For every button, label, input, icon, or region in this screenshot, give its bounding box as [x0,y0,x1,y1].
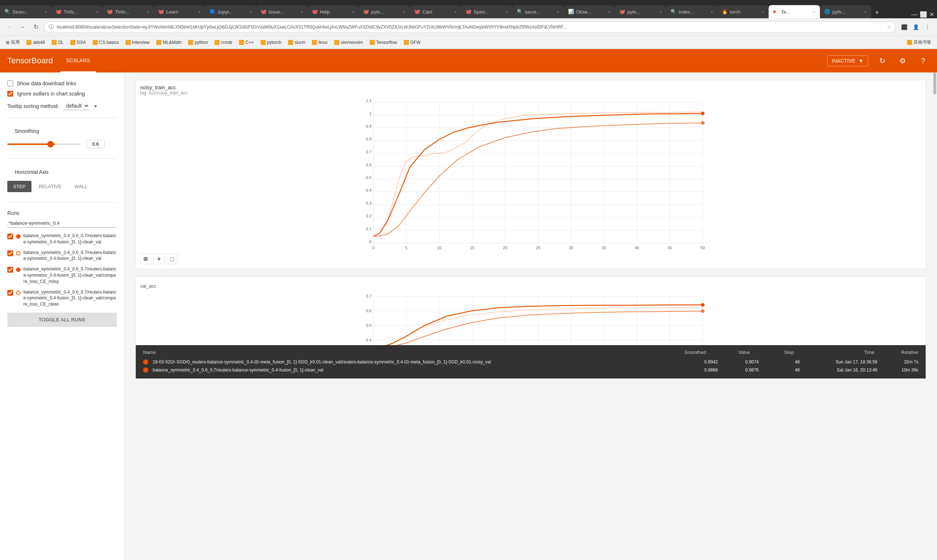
bookmark-akb48[interactable]: akb48 [23,38,48,46]
tab-close-10[interactable]: × [506,9,508,14]
bookmark-interview[interactable]: Interview [123,38,152,46]
tooltip-dropdown-icon: ▼ [94,104,98,108]
bookmark-pytorch[interactable]: pytorch [258,38,285,46]
menu-button[interactable]: ⋮ [922,22,932,32]
tab-close-8[interactable]: × [403,9,406,14]
legend-header-time: Time [801,349,874,355]
profile-button[interactable]: 👤 [911,22,921,32]
tab-close-6[interactable]: × [301,9,303,14]
bookmark-linux[interactable]: linux [309,38,331,46]
tab-close-5[interactable]: × [249,9,252,14]
bookmark-python[interactable]: python [185,38,211,46]
tab-close-17[interactable]: × [865,9,867,14]
run-checkbox-3[interactable] [7,267,13,273]
tab-can[interactable]: 🐙 Can! × [410,5,461,18]
tab-pyth[interactable]: 🌐 pyth... × [820,5,871,18]
tab-torch[interactable]: 🔥 torch × [717,5,769,18]
tab-close-15[interactable]: × [762,9,764,14]
show-data-links-label[interactable]: Show data download links [17,80,76,86]
folder-icon-12 [312,40,317,45]
bookmark-cpp[interactable]: C++ [236,38,257,46]
tab-jupyter[interactable]: 🔵 Jupyt... × [205,5,256,18]
close-button[interactable]: ✕ [929,11,934,18]
tab-index[interactable]: 🔍 Index... × [666,5,717,18]
legend-step-2: 48 [763,368,800,372]
tab-close-2[interactable]: × [96,9,98,14]
bookmark-other[interactable]: 其他书签 [904,38,934,47]
tab-close-14[interactable]: × [711,9,713,14]
bookmark-apps[interactable]: ⊞ 应用 [3,38,23,47]
runs-filter-input[interactable] [7,219,117,228]
tab-close-7[interactable]: × [352,9,354,14]
tab-close-11[interactable]: × [557,9,559,14]
bookmark-dl[interactable]: DL [49,38,67,46]
minimize-button[interactable]: — [911,11,918,18]
fit-chart-button[interactable]: ⊞ [140,253,151,264]
reload-button[interactable]: ↻ [31,22,41,32]
tab-close-3[interactable]: × [147,9,149,14]
extensions-button[interactable]: ⬛ [899,22,909,32]
github-icon-6: 🐙 [363,9,369,15]
tooltip-sorting-select[interactable]: default [63,102,89,110]
tab-close-13[interactable]: × [660,9,662,14]
tab-close-9[interactable]: × [455,9,457,14]
bookmark-star-icon[interactable]: ☆ [887,24,891,30]
scrollbar-thumb[interactable] [933,72,936,94]
new-tab-button[interactable]: + [871,6,883,18]
legend-header-relative: Relative [882,349,919,355]
wall-axis-button[interactable]: WALL [69,181,93,192]
bookmark-gfw[interactable]: GFW [401,38,423,46]
help-button[interactable]: ? [917,54,930,67]
run-checkbox-4[interactable] [7,290,13,296]
inactive-dropdown[interactable]: INACTIVE ▼ [827,55,868,66]
tab-close-16[interactable]: × [813,9,815,14]
back-button[interactable]: ← [5,22,15,32]
svg-text:40: 40 [635,246,639,249]
tab-obse[interactable]: 📊 Obse... × [564,5,615,18]
svg-text:0.3: 0.3 [366,201,371,205]
tab-close[interactable]: × [45,9,47,14]
tab-te-active[interactable]: ■ Te... × [769,5,820,18]
forward-button[interactable]: → [18,22,28,32]
bookmark-slurm[interactable]: slurm [285,38,308,46]
tab-search[interactable]: 🔍 Searc... × [0,5,51,18]
settings-button[interactable]: ⚙ [896,54,909,67]
tab-tinfo1[interactable]: 🐙 Tinfo... × [51,5,103,18]
reload-header-button[interactable]: ↻ [875,54,889,67]
list-view-button[interactable]: ≡ [153,253,164,264]
bookmark-rcmdr[interactable]: rcmdr [212,38,235,46]
relative-axis-button[interactable]: RELATIVE [33,181,67,192]
tab-tinfo2[interactable]: 🐙 Tinfo... × [103,5,154,18]
tab-pyto[interactable]: 🐙 pyto... × [359,5,410,18]
run-checkbox-1[interactable] [7,234,13,239]
smoothing-value-input[interactable] [86,140,105,148]
scrollbar-vertical[interactable] [932,72,937,560]
chart-container: noisy_train_acc tag: Acc/noisy_train_acc… [125,72,937,560]
run-checkbox-2[interactable] [7,250,13,256]
smoothing-slider[interactable] [7,143,80,145]
tab-help[interactable]: 🐙 Help × [308,5,359,18]
tab-issue[interactable]: 🐙 Issue... × [256,5,308,18]
ignore-outliers-label[interactable]: Ignore outliers in chart scaling [17,91,85,97]
bookmark-vim[interactable]: vim/neovim [331,38,366,46]
bookmark-dsa[interactable]: DSA [67,38,89,46]
maximize-button[interactable]: ⬜ [920,11,927,18]
tab-pyto2[interactable]: 🐙 pyto... × [615,5,666,18]
step-axis-button[interactable]: STEP [7,181,31,192]
tab-close-12[interactable]: × [608,9,611,14]
inactive-label: INACTIVE [832,58,856,64]
tab-close-4[interactable]: × [198,9,201,14]
ignore-outliers-checkbox[interactable] [7,91,13,97]
bookmark-mlmath[interactable]: ML&Math [153,38,185,46]
expand-button[interactable]: ⬚ [166,253,177,264]
scalars-nav-item[interactable]: SCALARS [60,49,96,72]
tab-sacre[interactable]: 🔍 sacre... × [512,5,564,18]
url-bar[interactable]: ⓘ localhost:8080/#scalars&runSelectionSt… [44,21,896,33]
bookmark-tensorflow[interactable]: Tensorflow [367,38,400,46]
bookmark-cs[interactable]: CS basics [90,38,122,46]
toggle-all-runs-button[interactable]: TOGGLE ALL RUNS [7,312,117,327]
svg-text:35: 35 [602,246,606,249]
tab-spen[interactable]: 🐙 Spen... × [461,5,512,18]
show-data-links-checkbox[interactable] [7,80,13,86]
tab-learn[interactable]: 🐙 Learn × [154,5,205,18]
